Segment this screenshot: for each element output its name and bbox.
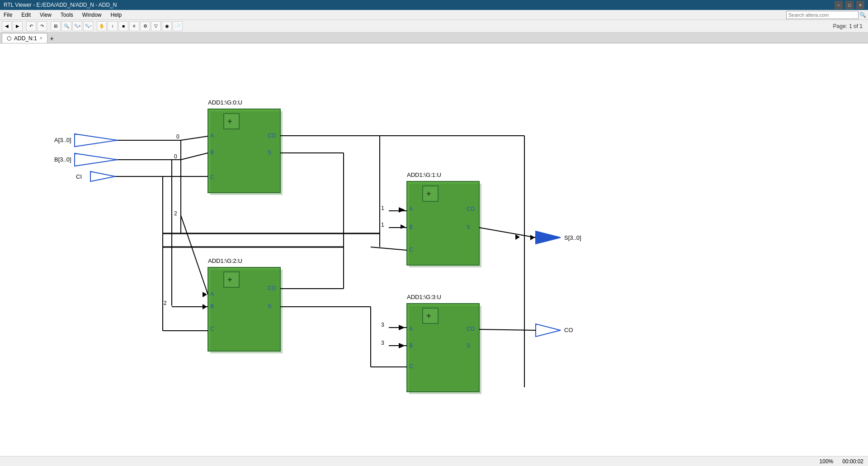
wire-label-0-b: 0	[174, 153, 177, 160]
adder-2-port-s: S	[268, 303, 271, 309]
wire-label-0-a: 0	[176, 133, 179, 140]
zoom-out-button[interactable]: 🔍−	[83, 21, 93, 31]
zoom-level: 100%	[820, 458, 834, 465]
adder-block-1[interactable]	[407, 181, 479, 265]
menu-tools[interactable]: Tools	[59, 11, 75, 19]
zoom-in-button[interactable]: 🔍	[61, 21, 71, 31]
search-input[interactable]	[786, 11, 859, 19]
arrowhead-a2	[203, 292, 207, 297]
arrowhead-b1	[401, 224, 405, 229]
minimize-button[interactable]: −	[835, 1, 843, 9]
menu-help[interactable]: Help	[109, 11, 124, 19]
adder-1-port-a: A	[409, 206, 413, 212]
tab-label: ADD_N:1	[14, 35, 37, 42]
select-button[interactable]: ↕	[108, 21, 118, 31]
adder-2-plus: +	[227, 275, 232, 284]
adder-2-port-c: C	[210, 326, 214, 332]
menu-file[interactable]: File	[2, 11, 14, 19]
arrowhead-s-out	[515, 234, 520, 240]
output-label-co: CO	[564, 327, 573, 333]
input-buffer-a	[75, 134, 118, 147]
adder-3-port-c: C	[409, 363, 413, 370]
wire-b-adder0	[181, 153, 208, 160]
input-label-b: B[3..0]	[54, 156, 71, 163]
fit-button[interactable]: ⊞	[51, 21, 61, 31]
menu-window[interactable]: Window	[80, 11, 104, 19]
list-button[interactable]: ≡	[129, 21, 139, 31]
adder-1-port-b: B	[409, 224, 413, 230]
back-button[interactable]: ◀	[2, 21, 12, 31]
arrowhead-s-buf	[530, 235, 535, 240]
adder-3-plus: +	[426, 311, 431, 320]
toolbar: ◀ ▶ ↶ ↷ ⊞ 🔍 🔍+ 🔍− ✋ ↕ ■ ≡ ⚙ ▽ ◉ 📄 Page: …	[0, 20, 868, 33]
close-button[interactable]: ×	[856, 1, 864, 9]
wire-label-2-b: 2	[164, 300, 167, 306]
adder-0-port-co: CO	[268, 133, 276, 139]
adder-3-label: ADD1:\G:3:U	[407, 294, 441, 300]
wire-a-adder0	[181, 136, 208, 140]
arrowhead-a3	[399, 325, 405, 330]
tab-icon: ⬡	[7, 35, 11, 42]
search-container: 🔍	[786, 11, 866, 19]
title-bar: RTL Viewer - E:/EDA/ADD_N/ADD_N - ADD_N …	[0, 0, 868, 10]
adder-0-port-a: A	[210, 133, 214, 139]
highlight2-button[interactable]: ◉	[162, 21, 172, 31]
adder-0-plus: +	[227, 117, 232, 126]
tab-add-n[interactable]: ⬡ ADD_N:1 ×	[2, 33, 47, 43]
time-display: 00:00:02	[842, 458, 863, 465]
wire-a2	[181, 215, 208, 295]
wire-s1-out	[479, 228, 536, 238]
undo-button[interactable]: ↶	[26, 21, 36, 31]
wire-label-1-a: 1	[381, 205, 384, 211]
adder-2-label: ADD1:\G:2:U	[208, 257, 242, 264]
adder-3-port-a: A	[409, 326, 413, 332]
adder-1-label: ADD1:\G:1:U	[407, 171, 441, 178]
status-bar: 100% 00:00:02	[0, 456, 868, 466]
export-button[interactable]: 📄	[173, 21, 183, 31]
hand-tool-button[interactable]: ✋	[97, 21, 107, 31]
adder-0-port-b: B	[210, 149, 214, 156]
zoom-area-button[interactable]: 🔍+	[72, 21, 82, 31]
adder-0-port-c: C	[210, 174, 214, 181]
wire-label-3-b: 3	[381, 340, 384, 346]
adder-2-port-co: CO	[268, 285, 276, 291]
page-number: 1 of 1	[849, 23, 863, 29]
adder-1-port-s: S	[467, 224, 470, 230]
redo-button[interactable]: ↷	[37, 21, 47, 31]
menu-view[interactable]: View	[38, 11, 53, 19]
search-icon: 🔍	[859, 12, 866, 18]
maximize-button[interactable]: □	[845, 1, 854, 9]
adder-3-port-co: CO	[467, 326, 475, 332]
tab-close-button[interactable]: ×	[40, 36, 42, 41]
wire-label-1-b: 1	[381, 222, 384, 228]
forward-button[interactable]: ▶	[13, 21, 23, 31]
menu-edit[interactable]: Edit	[19, 11, 33, 19]
input-label-a: A[3..0]	[54, 137, 71, 143]
input-buffer-ci	[90, 171, 115, 181]
filter-button[interactable]: ▽	[151, 21, 161, 31]
adder-2-port-a: A	[210, 291, 214, 297]
window-controls[interactable]: − □ ×	[835, 1, 864, 9]
adder-2-port-b: B	[210, 303, 214, 309]
input-label-ci: CI	[76, 173, 82, 180]
new-tab-button[interactable]: +	[47, 34, 57, 43]
adder-3-port-s: S	[467, 342, 470, 349]
adder-3-port-b: B	[409, 342, 413, 349]
canvas-area[interactable]: A[3..0] B[3..0] CI S[3..0] CO + ADD1:\G:…	[0, 43, 868, 456]
wire-c-adder1	[371, 247, 407, 250]
adder-1-port-c: C	[409, 247, 413, 253]
title-text: RTL Viewer - E:/EDA/ADD_N/ADD_N - ADD_N	[4, 2, 117, 8]
page-label: Page:	[833, 23, 847, 29]
adder-1-plus: +	[426, 189, 431, 198]
highlight-button[interactable]: ■	[118, 21, 128, 31]
settings-button[interactable]: ⚙	[140, 21, 150, 31]
adder-0-label: ADD1:\G:0:U	[208, 99, 242, 106]
wire-co3-out	[479, 329, 536, 330]
tab-bar: ⬡ ADD_N:1 × +	[0, 33, 868, 43]
arrowhead-b2	[203, 304, 207, 309]
adder-1-port-co: CO	[467, 206, 475, 212]
page-info: Page: 1 of 1	[833, 23, 866, 29]
wire-label-3-a: 3	[381, 322, 384, 328]
arrowhead-b3	[399, 343, 405, 348]
adder-0-port-s: S	[268, 149, 271, 156]
